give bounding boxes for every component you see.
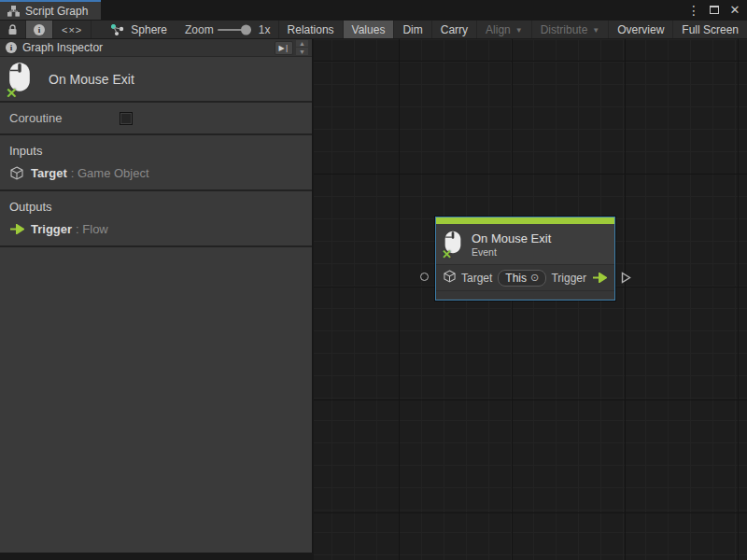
values-label: Values (352, 23, 386, 36)
tab-bar: Script Graph ⋮ ✕ (0, 0, 747, 20)
code-icon: <×> (62, 24, 82, 35)
mouse-exit-icon: ✕ (7, 62, 32, 96)
carry-button[interactable]: Carry (432, 21, 477, 38)
tab-script-graph[interactable]: Script Graph (0, 0, 101, 20)
inspector-toggle-button[interactable]: i (26, 21, 53, 38)
panel-spinner: ▲ ▼ (296, 40, 308, 55)
code-preview-button[interactable]: <×> (53, 21, 92, 38)
mouse-x-badge: ✕ (442, 248, 452, 260)
graph-inspector-title: Graph Inspector (22, 41, 275, 54)
target-value: This (505, 272, 527, 285)
align-button[interactable]: Align ▼ (477, 21, 532, 38)
relations-button[interactable]: Relations (278, 21, 344, 38)
zoom-slider-handle[interactable] (241, 24, 251, 35)
output-port-row: Trigger : Flow (9, 222, 312, 236)
tab-title: Script Graph (25, 5, 88, 18)
coroutine-row: Coroutine (0, 103, 312, 133)
node-event-colorbar (436, 217, 614, 224)
node-footer (436, 290, 614, 299)
game-object-cube-icon (9, 166, 24, 180)
values-button[interactable]: Values (344, 21, 395, 38)
overview-label: Overview (617, 23, 664, 36)
outputs-heading: Outputs (9, 200, 312, 214)
relations-label: Relations (288, 23, 334, 36)
input-port-type: : Game Object (71, 166, 149, 180)
panel-bottom-strip (0, 553, 313, 560)
lock-icon (7, 24, 18, 35)
flow-arrow-icon (9, 224, 24, 234)
fullscreen-button[interactable]: Full Screen (673, 21, 747, 38)
outputs-section: Outputs Trigger : Flow (0, 191, 312, 245)
output-port-type: : Flow (76, 222, 108, 236)
zoom-slider[interactable] (218, 21, 251, 38)
window-menu-icon[interactable]: ⋮ (685, 2, 702, 19)
flow-arrow-icon[interactable] (592, 273, 607, 283)
node-title: On Mouse Exit (472, 231, 551, 245)
overview-button[interactable]: Overview (609, 21, 673, 38)
dim-label: Dim (402, 23, 422, 36)
align-label: Align (486, 23, 511, 36)
game-object-cube-icon (444, 270, 456, 286)
node-input-port[interactable] (420, 273, 429, 281)
dock-panel-button[interactable]: ▶❘ (275, 41, 293, 55)
distribute-label: Distribute (541, 23, 588, 36)
unit-title: On Mouse Exit (49, 72, 134, 87)
carry-label: Carry (441, 23, 468, 36)
window-controls: ⋮ ✕ (685, 0, 743, 20)
distribute-button[interactable]: Distribute ▼ (532, 21, 610, 38)
dim-button[interactable]: Dim (394, 21, 431, 38)
sphere-graph-icon (111, 24, 124, 35)
close-icon[interactable]: ✕ (726, 2, 743, 19)
chevron-down-icon: ▼ (592, 26, 599, 35)
mouse-x-badge: ✕ (6, 86, 18, 100)
info-icon: i (6, 42, 17, 53)
inputs-section: Inputs Target : Game Object (0, 135, 312, 189)
script-graph-window: Script Graph ⋮ ✕ i <×> Sphere (0, 0, 747, 560)
coroutine-label: Coroutine (9, 111, 120, 125)
info-icon: i (34, 24, 45, 35)
graph-toolbar: i <×> Sphere Zoom 1x Relations Values (0, 20, 747, 39)
object-picker-icon[interactable]: ⊙ (530, 272, 539, 284)
node-subtitle: Event (472, 246, 551, 258)
node-output-label: Trigger (551, 272, 586, 285)
node-port-row: Target This ⊙ Trigger (436, 264, 614, 290)
node-header[interactable]: ✕ On Mouse Exit Event (436, 224, 614, 264)
zoom-label: Zoom (185, 21, 214, 38)
zoom-value: 1x (259, 21, 271, 38)
chevron-down-icon: ▼ (515, 26, 523, 35)
graph-inspector-panel: i Graph Inspector ▶❘ ▲ ▼ ✕ On Mouse Exit… (0, 39, 313, 553)
on-mouse-exit-node[interactable]: ✕ On Mouse Exit Event Target This ⊙ (435, 217, 615, 301)
graph-owner-label: Sphere (131, 23, 167, 36)
input-port-name: Target (31, 166, 67, 180)
graph-inspector-header: i Graph Inspector ▶❘ ▲ ▼ (0, 39, 312, 57)
maximize-icon[interactable] (706, 2, 723, 19)
graph-hierarchy-icon (7, 6, 20, 17)
target-value-pill[interactable]: This ⊙ (498, 270, 546, 287)
section-divider (0, 245, 312, 247)
node-output-port[interactable] (621, 271, 631, 287)
spinner-down-icon[interactable]: ▼ (296, 48, 308, 55)
unit-title-block: ✕ On Mouse Exit (0, 57, 312, 101)
coroutine-checkbox[interactable] (120, 112, 133, 125)
output-port-name: Trigger (31, 222, 72, 236)
fullscreen-label: Full Screen (682, 23, 739, 36)
node-input-label: Target (461, 272, 492, 285)
graph-owner-button[interactable]: Sphere (103, 21, 176, 38)
graph-canvas[interactable]: ✕ On Mouse Exit Event Target This ⊙ (314, 39, 747, 560)
input-port-row: Target : Game Object (9, 166, 312, 180)
spinner-up-icon[interactable]: ▲ (296, 40, 308, 48)
inputs-heading: Inputs (9, 144, 312, 158)
lock-button[interactable] (0, 21, 26, 38)
mouse-exit-icon: ✕ (444, 231, 462, 258)
